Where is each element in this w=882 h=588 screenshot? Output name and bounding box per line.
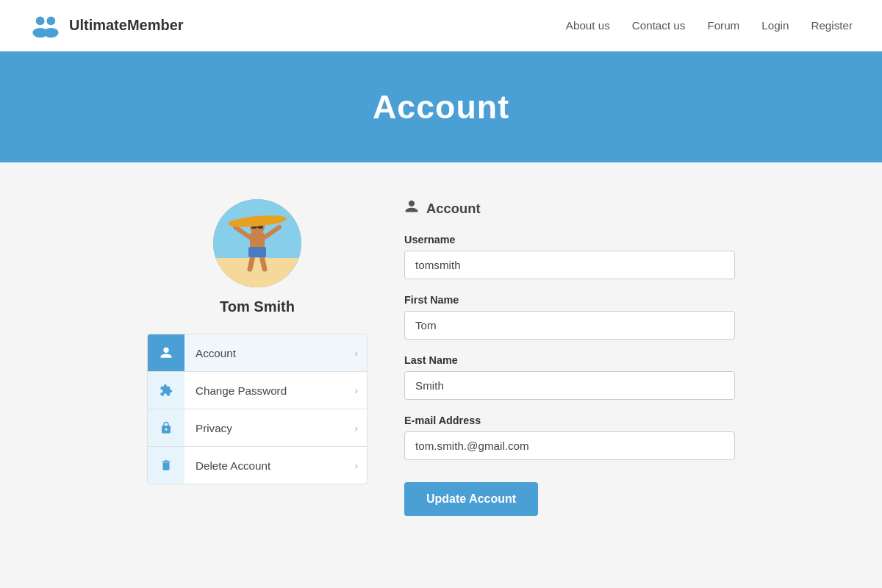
email-label: E-mail Address xyxy=(404,415,735,426)
form-account-icon xyxy=(404,199,419,218)
page-title: Account xyxy=(15,88,867,126)
form-panel: Account Username First Name Last Name E-… xyxy=(404,199,735,537)
lock-icon xyxy=(148,409,184,446)
last-name-group: Last Name xyxy=(404,354,735,400)
svg-point-0 xyxy=(36,16,45,25)
sidebar: Tom Smith Account › Change Password › xyxy=(147,199,368,537)
sidebar-account-label: Account xyxy=(184,335,345,371)
avatar-section: Tom Smith xyxy=(147,199,368,315)
last-name-label: Last Name xyxy=(404,354,735,366)
avatar xyxy=(213,199,301,287)
brand-logo[interactable]: UltimateMember xyxy=(29,10,184,42)
update-account-button[interactable]: Update Account xyxy=(404,482,538,516)
first-name-input[interactable] xyxy=(404,311,735,340)
nav-register[interactable]: Register xyxy=(811,19,853,32)
form-section-title-text: Account xyxy=(426,201,481,217)
last-name-input[interactable] xyxy=(404,371,735,400)
nav-contact[interactable]: Contact us xyxy=(632,19,686,32)
sidebar-delete-account-label: Delete Account xyxy=(184,448,345,484)
svg-rect-16 xyxy=(248,247,266,257)
first-name-group: First Name xyxy=(404,294,735,340)
user-display-name: Tom Smith xyxy=(220,298,295,315)
svg-rect-5 xyxy=(213,258,301,287)
navbar: UltimateMember About us Contact us Forum… xyxy=(0,0,882,51)
username-group: Username xyxy=(404,234,735,279)
sidebar-menu: Account › Change Password › Privacy › xyxy=(147,334,368,484)
chevron-right-icon-2: › xyxy=(345,373,367,408)
brand-name: UltimateMember xyxy=(69,17,184,34)
puzzle-icon xyxy=(148,372,184,409)
sidebar-change-password-label: Change Password xyxy=(184,373,345,409)
chevron-right-icon-3: › xyxy=(345,411,367,445)
email-input[interactable] xyxy=(404,431,735,460)
sidebar-item-account[interactable]: Account › xyxy=(148,334,367,372)
sidebar-item-delete-account[interactable]: Delete Account › xyxy=(148,447,367,484)
hero-banner: Account xyxy=(0,51,882,162)
avatar-image xyxy=(213,199,301,287)
form-section-header: Account xyxy=(404,199,735,218)
first-name-label: First Name xyxy=(404,294,735,306)
trash-icon xyxy=(148,447,184,484)
username-input[interactable] xyxy=(404,251,735,279)
account-icon xyxy=(148,334,184,371)
main-content: Tom Smith Account › Change Password › xyxy=(0,162,882,574)
nav-links: About us Contact us Forum Login Register xyxy=(566,19,853,32)
users-icon xyxy=(29,10,62,42)
nav-about[interactable]: About us xyxy=(566,19,610,32)
username-label: Username xyxy=(404,234,735,245)
sidebar-item-change-password[interactable]: Change Password › xyxy=(148,372,367,409)
svg-point-1 xyxy=(46,16,55,25)
sidebar-item-privacy[interactable]: Privacy › xyxy=(148,409,367,447)
svg-point-3 xyxy=(43,27,59,37)
chevron-right-icon-4: › xyxy=(345,448,367,483)
nav-login[interactable]: Login xyxy=(761,19,789,32)
email-group: E-mail Address xyxy=(404,415,735,460)
nav-forum[interactable]: Forum xyxy=(707,19,739,32)
chevron-right-icon: › xyxy=(345,336,367,370)
sidebar-privacy-label: Privacy xyxy=(184,410,345,446)
